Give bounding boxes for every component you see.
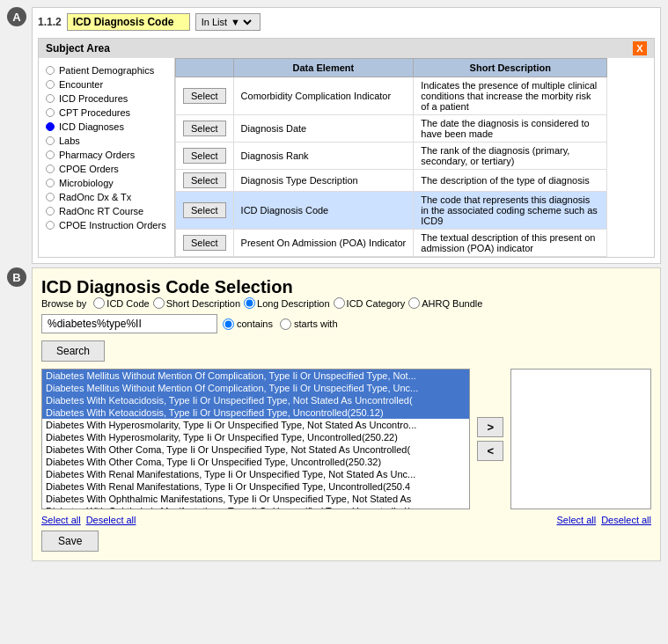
subject-area-panel: Subject Area X Patient DemographicsEncou…	[38, 38, 655, 258]
result-item[interactable]: Diabetes Mellitus Without Mention Of Com…	[42, 382, 469, 394]
select-all-left[interactable]: Select all	[41, 515, 81, 525]
browse-icd-code[interactable]: ICD Code	[93, 297, 149, 309]
sidebar-item-cpt-procedures[interactable]: CPT Procedures	[39, 106, 174, 120]
radio-dot	[46, 80, 55, 89]
transfer-buttons: > <	[477, 369, 503, 509]
sidebar: Patient DemographicsEncounterICD Procedu…	[39, 58, 175, 257]
sidebar-item-labs[interactable]: Labs	[39, 134, 174, 148]
select-button-2[interactable]: Select	[183, 148, 226, 164]
sidebar-item-cpoe-orders[interactable]: CPOE Orders	[39, 162, 174, 176]
radio-dot	[46, 108, 55, 117]
search-button[interactable]: Search	[41, 340, 105, 362]
select-button-4[interactable]: Select	[183, 202, 226, 218]
result-item[interactable]: Diabetes With Ketoacidosis, Type Ii Or U…	[42, 406, 469, 419]
browse-ahrq-bundle[interactable]: AHRQ Bundle	[408, 297, 482, 309]
radio-dot	[46, 221, 55, 230]
browse-long-desc[interactable]: Long Description	[244, 297, 330, 309]
contains-option[interactable]: contains	[223, 318, 273, 330]
starts-with-option[interactable]: starts with	[280, 318, 338, 330]
result-item[interactable]: Diabetes With Renal Manifestations, Type…	[42, 480, 469, 493]
browse-label: Browse by	[41, 298, 86, 309]
result-item[interactable]: Diabetes With Other Coma, Type Ii Or Uns…	[42, 443, 469, 456]
radio-dot	[46, 122, 55, 131]
sidebar-item-pharmacy-orders[interactable]: Pharmacy Orders	[39, 148, 174, 162]
selected-list[interactable]	[510, 369, 651, 509]
select-button-3[interactable]: Select	[183, 172, 226, 188]
sidebar-item-radonc-rt-course[interactable]: RadOnc RT Course	[39, 204, 174, 218]
select-button-5[interactable]: Select	[183, 235, 226, 251]
table-row: SelectDiagnosis DateThe date the diagnos…	[176, 115, 607, 143]
browse-row: Browse by ICD Code Short Description Lon…	[41, 297, 651, 309]
results-list[interactable]: Diabetes Mellitus Without Mention Of Com…	[41, 369, 470, 509]
section-b-title: ICD Diagnosis Code Selection	[41, 277, 651, 297]
subject-area-header: Subject Area X	[39, 39, 654, 58]
sidebar-item-patient-demographics[interactable]: Patient Demographics	[39, 63, 174, 77]
data-element-cell: Diagnosis Rank	[233, 143, 414, 170]
data-element-cell: ICD Diagnosis Code	[233, 192, 414, 230]
col-select	[176, 59, 234, 77]
sidebar-item-cpoe-instruction-orders[interactable]: CPOE Instruction Orders	[39, 218, 174, 232]
result-item[interactable]: Diabetes With Other Coma, Type Ii Or Uns…	[42, 456, 469, 468]
main-layout: Patient DemographicsEncounterICD Procedu…	[39, 58, 654, 257]
col-data-element: Data Element	[233, 59, 414, 77]
deselect-all-left[interactable]: Deselect all	[86, 515, 136, 525]
short-desc-cell: The rank of the diagnosis (primary, seco…	[414, 143, 607, 170]
radio-dot	[46, 150, 55, 159]
subject-area-title: Subject Area	[46, 42, 110, 55]
data-element-cell: Diagnosis Date	[233, 115, 414, 143]
sidebar-item-icd-procedures[interactable]: ICD Procedures	[39, 91, 174, 106]
save-button[interactable]: Save	[41, 531, 99, 552]
data-element-cell: Present On Admission (POA) Indicator	[233, 230, 414, 257]
deselect-all-right[interactable]: Deselect all	[601, 515, 651, 525]
sidebar-item-label: CPOE Orders	[59, 164, 119, 174]
sidebar-item-label: Encounter	[59, 79, 103, 90]
result-item[interactable]: Diabetes With Renal Manifestations, Type…	[42, 468, 469, 480]
table-row: SelectDiagnosis RankThe rank of the diag…	[176, 143, 607, 170]
close-button[interactable]: X	[633, 41, 647, 55]
result-item[interactable]: Diabetes With Ketoacidosis, Type Ii Or U…	[42, 394, 469, 406]
sidebar-item-label: ICD Procedures	[59, 93, 128, 104]
results-area: Diabetes Mellitus Without Mention Of Com…	[41, 369, 651, 509]
in-list-control[interactable]: In List ▼	[195, 13, 261, 31]
radio-dot	[46, 94, 55, 103]
table-row: SelectPresent On Admission (POA) Indicat…	[176, 230, 607, 257]
browse-icd-category[interactable]: ICD Category	[334, 297, 406, 309]
transfer-left-button[interactable]: <	[477, 441, 503, 461]
select-all-right[interactable]: Select all	[557, 515, 597, 525]
transfer-right-button[interactable]: >	[477, 417, 503, 437]
radio-dot	[46, 207, 55, 216]
select-button-0[interactable]: Select	[183, 88, 226, 104]
sidebar-item-radonc-dx-&-tx[interactable]: RadOnc Dx & Tx	[39, 190, 174, 204]
short-desc-cell: The description of the type of diagnosis	[414, 170, 607, 192]
result-item[interactable]: Diabetes With Ophthalmic Manifestations,…	[42, 505, 469, 509]
search-row: contains starts with	[41, 314, 651, 333]
radio-dot	[46, 136, 55, 145]
radio-dot	[46, 165, 55, 173]
search-input[interactable]	[41, 314, 217, 333]
left-links: Select all Deselect all	[41, 515, 136, 525]
section-a-label: A	[7, 7, 26, 26]
short-desc-cell: The date the diagnosis is considered to …	[414, 115, 607, 143]
sidebar-item-label: RadOnc RT Course	[59, 206, 143, 216]
result-item[interactable]: Diabetes With Hyperosmolarity, Type Ii O…	[42, 431, 469, 443]
data-table: Data Element Short Description SelectCom…	[175, 58, 607, 257]
short-desc-cell: The textual description of this present …	[414, 230, 607, 257]
sidebar-item-icd-diagnoses[interactable]: ICD Diagnoses	[39, 120, 174, 134]
result-item[interactable]: Diabetes With Ophthalmic Manifestations,…	[42, 493, 469, 505]
sidebar-item-label: ICD Diagnoses	[59, 121, 124, 132]
sidebar-item-label: Pharmacy Orders	[59, 150, 135, 160]
select-button-1[interactable]: Select	[183, 121, 226, 136]
in-list-select[interactable]: ▼	[227, 16, 254, 28]
table-row: SelectComorbidity Complication Indicator…	[176, 77, 607, 115]
sidebar-item-encounter[interactable]: Encounter	[39, 77, 174, 91]
sidebar-item-label: Patient Demographics	[59, 65, 154, 76]
sidebar-item-label: Microbiology	[59, 178, 114, 188]
sidebar-item-microbiology[interactable]: Microbiology	[39, 176, 174, 190]
short-desc-cell: Indicates the presence of multiple clini…	[414, 77, 607, 115]
browse-short-desc[interactable]: Short Description	[153, 297, 240, 309]
result-item[interactable]: Diabetes With Hyperosmolarity, Type Ii O…	[42, 419, 469, 431]
top-bar: 1.1.2 ICD Diagnosis Code In List ▼	[38, 13, 655, 31]
result-item[interactable]: Diabetes Mellitus Without Mention Of Com…	[42, 370, 469, 382]
section-b-label: B	[7, 267, 26, 287]
links-row: Select all Deselect all Select all Desel…	[41, 515, 651, 525]
